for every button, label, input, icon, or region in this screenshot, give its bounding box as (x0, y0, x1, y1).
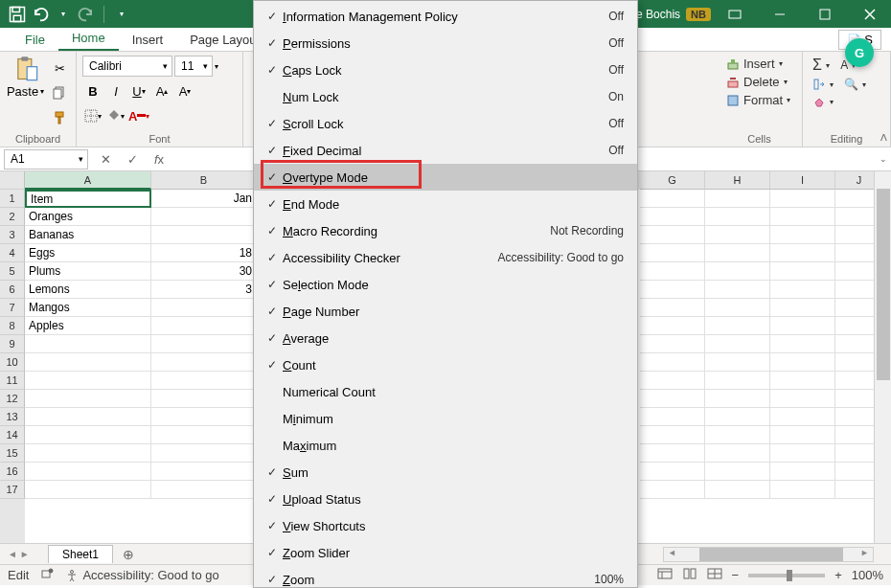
row-header[interactable]: 13 (0, 408, 25, 426)
zoom-in-button[interactable]: + (834, 568, 842, 582)
cell[interactable]: Apples (25, 317, 151, 335)
cell[interactable]: Mangos (25, 299, 151, 317)
cell[interactable] (25, 408, 151, 426)
cell[interactable] (151, 353, 257, 372)
menu-item[interactable]: Numerical Count (254, 378, 637, 405)
column-header[interactable]: A (25, 171, 151, 190)
grammarly-icon[interactable]: G (845, 38, 874, 67)
cell[interactable] (770, 481, 835, 499)
row-header[interactable]: 11 (0, 372, 25, 390)
menu-item[interactable]: ✓Selection Mode (254, 271, 637, 298)
cancel-formula-icon[interactable]: ✕ (94, 149, 117, 170)
underline-button[interactable]: U▾ (128, 80, 149, 102)
sheet-tab[interactable]: Sheet1 (48, 545, 113, 563)
zoom-level[interactable]: 100% (852, 568, 883, 582)
cell[interactable] (151, 463, 257, 481)
qat-customize-icon[interactable]: ▾ (112, 5, 131, 24)
font-name-select[interactable]: Calibri (82, 56, 172, 77)
cell[interactable] (151, 226, 257, 244)
cell[interactable] (705, 208, 770, 226)
view-normal-icon[interactable] (657, 568, 673, 582)
borders-icon[interactable]: ▾ (82, 105, 103, 126)
menu-item[interactable]: ✓Upload Status (254, 486, 637, 512)
fill-button[interactable]: ▾ 🔍▾ (809, 77, 884, 92)
zoom-slider[interactable] (748, 574, 825, 577)
cell[interactable]: Eggs (25, 244, 151, 262)
menu-item[interactable]: ✓Zoom100% (254, 566, 637, 588)
cell[interactable] (770, 226, 835, 244)
menu-item[interactable]: ✓End Mode (254, 191, 637, 217)
cell[interactable] (640, 281, 705, 299)
cell[interactable] (640, 226, 705, 244)
cell[interactable] (640, 390, 705, 408)
column-header[interactable]: I (770, 171, 835, 190)
cell[interactable] (640, 262, 705, 281)
cell[interactable] (25, 335, 151, 353)
new-sheet-button[interactable]: ⊕ (117, 547, 140, 562)
user-avatar[interactable]: NB (686, 8, 711, 21)
cell[interactable]: 30 (151, 262, 257, 281)
cell[interactable] (151, 335, 257, 353)
cell[interactable] (770, 299, 835, 317)
cell[interactable] (770, 262, 835, 281)
cell[interactable] (25, 463, 151, 481)
menu-item[interactable]: ✓Macro RecordingNot Recording (254, 217, 637, 244)
zoom-out-button[interactable]: − (732, 568, 740, 582)
cell[interactable] (25, 426, 151, 444)
cell[interactable] (151, 408, 257, 426)
tab-insert[interactable]: Insert (119, 29, 177, 51)
cell[interactable] (25, 444, 151, 463)
copy-icon[interactable] (49, 82, 70, 103)
menu-item[interactable]: ✓View Shortcuts (254, 512, 637, 539)
cell[interactable] (640, 317, 705, 335)
sheet-nav-buttons[interactable]: ◄ ► (0, 549, 48, 559)
cell[interactable] (770, 281, 835, 299)
cell[interactable] (640, 244, 705, 262)
expand-formula-bar-icon[interactable]: ⌄ (876, 154, 891, 164)
cell[interactable]: Oranges (25, 208, 151, 226)
row-header[interactable]: 16 (0, 463, 25, 481)
bold-button[interactable]: B (82, 80, 103, 102)
tab-file[interactable]: File (11, 29, 58, 51)
menu-item[interactable]: Num LockOn (254, 83, 637, 110)
cell[interactable] (705, 426, 770, 444)
row-header[interactable]: 8 (0, 317, 25, 335)
cell[interactable] (151, 426, 257, 444)
cell[interactable] (640, 408, 705, 426)
menu-item[interactable]: ✓Count (254, 351, 637, 378)
cell[interactable] (151, 299, 257, 317)
fill-color-icon[interactable]: ▾ (105, 105, 126, 126)
row-header[interactable]: 14 (0, 426, 25, 444)
column-header[interactable]: G (640, 171, 705, 190)
cell[interactable]: 3 (151, 281, 257, 299)
cell[interactable] (25, 390, 151, 408)
cell[interactable] (151, 481, 257, 499)
increase-font-icon[interactable]: A▴ (151, 80, 172, 102)
cell[interactable]: 18 (151, 244, 257, 262)
macro-record-icon[interactable] (40, 567, 54, 583)
redo-icon[interactable] (77, 5, 96, 24)
save-icon[interactable] (8, 5, 27, 24)
menu-item[interactable]: ✓Information Management PolicyOff (254, 3, 637, 30)
cell[interactable] (640, 426, 705, 444)
minimize-icon[interactable] (758, 0, 801, 28)
cell[interactable] (770, 190, 835, 208)
menu-item[interactable]: ✓Zoom Slider (254, 539, 637, 566)
font-size-select[interactable]: 11 (174, 56, 213, 77)
row-header[interactable]: 4 (0, 244, 25, 262)
cell[interactable] (770, 335, 835, 353)
name-box[interactable]: A1 (4, 149, 88, 170)
cell[interactable] (705, 190, 770, 208)
cell[interactable] (640, 299, 705, 317)
close-icon[interactable] (848, 0, 891, 28)
menu-item[interactable]: ✓Sum (254, 459, 637, 486)
cell[interactable] (705, 372, 770, 390)
cell[interactable]: Lemons (25, 281, 151, 299)
cell[interactable] (705, 281, 770, 299)
cell[interactable] (705, 408, 770, 426)
cell[interactable] (705, 353, 770, 372)
cell[interactable] (25, 481, 151, 499)
cell[interactable] (705, 299, 770, 317)
horizontal-scrollbar[interactable]: ◄► (663, 547, 874, 562)
cell[interactable] (640, 335, 705, 353)
